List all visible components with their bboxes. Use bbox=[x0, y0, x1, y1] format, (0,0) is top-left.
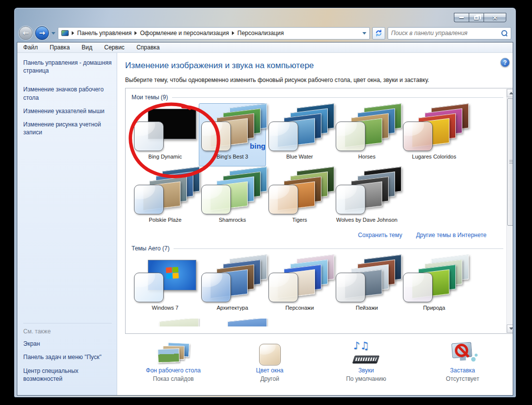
theme-label: Lugares Coloridos bbox=[412, 154, 456, 161]
menu-help[interactable]: Справка bbox=[136, 44, 160, 51]
window-color-icon[interactable] bbox=[259, 342, 281, 365]
theme-polskie-plaze[interactable]: Polskie Plaże bbox=[132, 166, 199, 230]
desktop-background-link[interactable]: Фон рабочего стола bbox=[146, 367, 201, 374]
theme-characters[interactable]: Персонажи bbox=[266, 254, 333, 318]
sidebar-item-ease-of-access[interactable]: Центр специальных возможностей bbox=[23, 367, 112, 383]
screen-saver-link[interactable]: Заставка bbox=[450, 367, 475, 374]
scroll-down-button[interactable] bbox=[507, 324, 513, 333]
theme-label: Bing Dynamic bbox=[148, 154, 182, 161]
window-color-status: Другой bbox=[260, 375, 279, 382]
theme-windows-7[interactable]: Windows 7 bbox=[132, 254, 199, 318]
get-more-themes-link[interactable]: Другие темы в Интернете bbox=[416, 232, 487, 241]
breadcrumb-arrow-icon[interactable] bbox=[134, 31, 137, 35]
restore-icon bbox=[474, 16, 479, 20]
search-icon[interactable] bbox=[501, 30, 508, 37]
caption-buttons: × bbox=[454, 13, 506, 22]
theme-architecture[interactable]: Архитектура bbox=[199, 254, 266, 318]
see-also-section: См. также Экран Панель задач и меню "Пус… bbox=[23, 323, 112, 388]
theme-glass-icon bbox=[201, 122, 231, 151]
theme-glass-icon bbox=[403, 273, 433, 302]
theme-nature[interactable]: Природа bbox=[400, 254, 468, 318]
screen-saver-icon[interactable] bbox=[447, 342, 479, 365]
sidebar-item-account-picture[interactable]: Изменение рисунка учетной записи bbox=[23, 121, 112, 136]
theme-preview bbox=[267, 170, 332, 215]
theme-shamrocks[interactable]: Shamrocks bbox=[199, 166, 266, 230]
theme-label: Blue Water bbox=[286, 154, 313, 161]
content-area: Панель управления - домашняя страница Из… bbox=[17, 53, 513, 395]
theme-bing-dynamic[interactable]: Bing Dynamic bbox=[132, 103, 199, 166]
window-client-area: Файл Правка Вид Сервис Справка Панель уп… bbox=[17, 42, 513, 396]
forward-button[interactable]: → bbox=[35, 26, 49, 40]
theme-glass-icon bbox=[268, 185, 298, 214]
theme-glass-icon bbox=[403, 122, 433, 151]
sidebar-item-display[interactable]: Экран bbox=[23, 340, 112, 348]
sidebar-item-mouse-pointers[interactable]: Изменение указателей мыши bbox=[23, 107, 112, 115]
keyboard-icon bbox=[352, 356, 379, 364]
theme-horses[interactable]: Horses bbox=[333, 103, 400, 166]
title-bar[interactable]: × bbox=[17, 8, 513, 24]
window-color-link[interactable]: Цвет окна bbox=[256, 367, 283, 374]
theme-glass-icon bbox=[268, 122, 298, 151]
sounds-link[interactable]: Звуки bbox=[358, 367, 374, 374]
breadcrumb-personalization[interactable]: Персонализация bbox=[237, 30, 284, 37]
aero-themes-label: Темы Aero (7) bbox=[132, 245, 170, 252]
menu-file[interactable]: Файл bbox=[23, 44, 38, 51]
theme-links-row: Сохранить тему Другие темы в Интернете bbox=[132, 232, 487, 241]
restore-button[interactable] bbox=[469, 13, 484, 22]
my-themes-label: Мои темы (9) bbox=[132, 94, 168, 101]
theme-bings-best-3-selected[interactable]: bing Bing's Best 3 bbox=[199, 103, 266, 166]
theme-preview bbox=[335, 170, 399, 215]
sidebar-item-taskbar-start-menu[interactable]: Панель задач и меню "Пуск" bbox=[23, 353, 112, 361]
desktop-background-icon[interactable] bbox=[158, 342, 189, 365]
my-themes-grid: Bing Dynamic bing Bing's Best 3 bbox=[132, 103, 470, 230]
help-button[interactable]: ? bbox=[500, 58, 510, 67]
theme-label: Windows 7 bbox=[152, 305, 178, 312]
theme-lugares-coloridos[interactable]: Lugares Coloridos bbox=[400, 103, 468, 166]
theme-preview bbox=[402, 107, 466, 152]
scroll-up-button[interactable] bbox=[507, 89, 513, 97]
address-dropdown-icon[interactable] bbox=[362, 32, 366, 35]
partially-visible-theme-row bbox=[132, 319, 503, 326]
theme-label: Wolves by Dave Johnson bbox=[336, 217, 398, 224]
theme-wolves-by-dave-johnson[interactable]: Wolves by Dave Johnson bbox=[333, 166, 400, 230]
theme-glass-icon bbox=[201, 273, 231, 302]
recent-pages-dropdown-icon[interactable] bbox=[51, 32, 55, 35]
breadcrumb-control-panel[interactable]: Панель управления bbox=[77, 30, 132, 37]
minimize-icon bbox=[459, 17, 464, 18]
save-theme-link[interactable]: Сохранить тему bbox=[358, 232, 402, 241]
theme-label: Архитектура bbox=[217, 305, 248, 312]
breadcrumb-arrow-icon[interactable] bbox=[232, 31, 234, 35]
windows-flag-icon bbox=[166, 267, 179, 279]
theme-landscapes[interactable]: Пейзажи bbox=[333, 254, 400, 318]
breadcrumb[interactable]: Панель управления Оформление и персонали… bbox=[58, 27, 370, 40]
theme-label: Пейзажи bbox=[356, 305, 378, 312]
close-button[interactable]: × bbox=[484, 13, 506, 22]
theme-tigers[interactable]: Tigers bbox=[266, 166, 333, 230]
breadcrumb-arrow-icon[interactable] bbox=[72, 31, 74, 35]
refresh-button[interactable] bbox=[372, 27, 385, 40]
sounds-status: По умолчанию bbox=[346, 375, 386, 382]
back-button[interactable]: ← bbox=[19, 26, 33, 40]
sounds-icon[interactable]: ♪♫ bbox=[351, 342, 382, 365]
menu-edit[interactable]: Правка bbox=[50, 44, 70, 51]
sidebar-item-desktop-icons[interactable]: Изменение значков рабочего стола bbox=[23, 85, 112, 101]
menu-view[interactable]: Вид bbox=[82, 44, 92, 51]
search-input[interactable] bbox=[391, 30, 501, 37]
theme-label: Bing's Best 3 bbox=[217, 154, 248, 161]
theme-blue-water[interactable]: Blue Water bbox=[266, 103, 333, 166]
close-icon: × bbox=[492, 14, 498, 21]
navigation-toolbar: ← → Панель управления Оформление и персо… bbox=[17, 24, 513, 42]
themes-scrollbar[interactable] bbox=[506, 89, 513, 333]
personalization-icon bbox=[61, 30, 69, 36]
menu-tools[interactable]: Сервис bbox=[104, 44, 125, 51]
theme-preview bbox=[133, 170, 197, 215]
theme-glass-icon bbox=[134, 185, 164, 214]
theme-glass-icon bbox=[336, 185, 365, 214]
breadcrumb-appearance[interactable]: Оформление и персонализация bbox=[140, 30, 229, 37]
theme-preview bbox=[402, 258, 466, 303]
scrollbar-thumb[interactable] bbox=[507, 98, 513, 226]
search-box bbox=[388, 27, 511, 40]
minimize-button[interactable] bbox=[454, 13, 469, 22]
sidebar-item-control-panel-home[interactable]: Панель управления - домашняя страница bbox=[23, 59, 112, 75]
theme-preview bbox=[335, 107, 399, 152]
